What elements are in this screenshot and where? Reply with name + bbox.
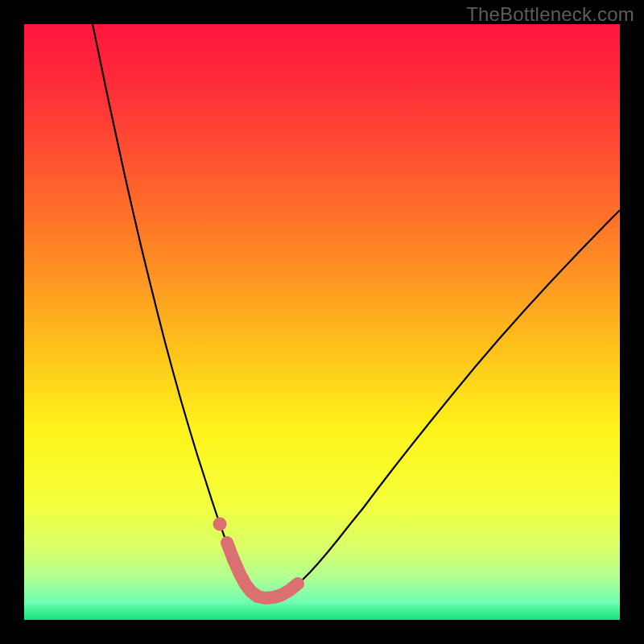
gradient-background — [24, 24, 620, 620]
watermark-text: TheBottleneck.com — [466, 3, 634, 26]
plot-area — [24, 24, 620, 620]
highlight-dot — [213, 518, 227, 531]
chart-frame: TheBottleneck.com — [0, 0, 644, 644]
bottleneck-chart — [24, 24, 620, 620]
marker-layer — [213, 518, 227, 531]
